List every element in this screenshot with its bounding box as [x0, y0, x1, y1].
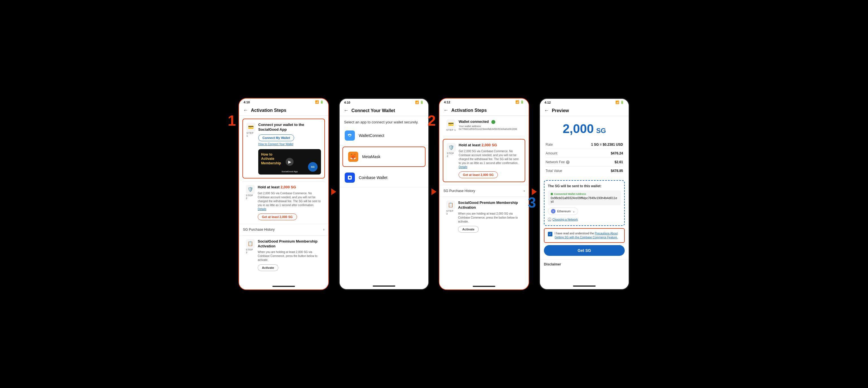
coinbase-icon — [345, 172, 355, 183]
step2-s3-icon: 🛡️ — [447, 143, 456, 152]
step1-conn-title: Wallet connected — [459, 120, 517, 124]
nav-bar-1: ← Activation Steps — [239, 105, 328, 116]
step2-body: Get 2,000 SG via Coinbase Commerce. No C… — [258, 191, 321, 211]
network-select[interactable]: Ξ Ethereum ⌄ — [548, 207, 578, 215]
status-time-1: 4:10 — [244, 100, 250, 104]
step1-conn-icon: 💳 — [446, 120, 456, 128]
phone-icons-1: 📶 🔋 — [315, 100, 324, 104]
activate-btn-3[interactable]: Activate — [458, 226, 478, 233]
status-time-2: 4:10 — [344, 101, 350, 104]
step2-card-inactive: 🛡️ STEP 2 Hold at least 2,000 SG Get 2,0… — [242, 181, 325, 224]
connected-addr-box: Connected Wallet Address 0x98cb01a89324r… — [548, 190, 621, 205]
step1-label: STEP 1 — [246, 132, 255, 137]
wallet-send-title: The SG will be sent to this wallet: — [548, 184, 621, 188]
step3-s3-title: SocialGood Premium Membership Activation — [458, 200, 522, 210]
coinbase-name: Coinbase Wallet — [359, 175, 388, 180]
screen1-content: 💳 STEP 1 Connect your wallet to the Soci… — [239, 116, 328, 283]
disclaimer-bar: Disclaimer — [540, 259, 629, 269]
get-sg-btn-3[interactable]: Get at least 2,000 SG — [459, 171, 498, 178]
video-play-btn[interactable]: ▶ — [286, 158, 293, 166]
step3-s3-card: 📋 STEP 3 SocialGood Premium Membership A… — [443, 197, 525, 236]
choosing-network-link[interactable]: ⓘ Choosing a Network — [548, 217, 621, 222]
amount-unit: SG — [596, 127, 606, 134]
status-bar-3: 4:12 📶 🔋 — [439, 99, 529, 105]
rate-table: Rate 1 SG = $0.2381 USD Amount $476.24 N… — [540, 139, 629, 178]
nav-title-1: Activation Steps — [251, 108, 286, 113]
step2-icon: 🛡️ — [246, 185, 255, 194]
step2-s3-title: Hold at least 2,000 SG — [459, 143, 521, 148]
status-time-4: 4:12 — [545, 101, 551, 104]
step2-title: Hold at least 2,000 SG — [258, 185, 321, 190]
chevron-right-3: › — [524, 189, 525, 193]
phone-screen-4: 4:12 📶 🔋 ← Preview 2,000 SG Rate — [539, 98, 629, 290]
status-bar-1: 4:10 📶 🔋 — [239, 99, 328, 105]
step-number-3: 3 — [528, 194, 536, 211]
rate-row: Rate 1 SG = $0.2381 USD — [546, 140, 623, 149]
phone-screen-3: 4:12 📶 🔋 ← Activation Steps 💳 STEP 1 — [439, 98, 529, 290]
checkbox-icon[interactable]: ✓ — [548, 232, 552, 236]
back-arrow-2[interactable]: ← — [344, 107, 349, 114]
home-bar-1 — [239, 283, 328, 289]
home-bar-3 — [439, 283, 529, 289]
purchase-history-row-3[interactable]: SG Purchase History › — [439, 185, 529, 197]
step1-card: 💳 STEP 1 Connect your wallet to the Soci… — [242, 119, 325, 179]
step2-active-card: 🛡️ STEP 2 Hold at least 2,000 SG Get 2,0… — [443, 139, 525, 182]
step1-connected-card: 💳 STEP 1 Wallet connected Your wallet ad… — [443, 116, 525, 136]
chevron-down-icon: ⌄ — [572, 209, 575, 213]
arrow-1-2 — [331, 188, 337, 195]
phone-screen-1: 4:10 📶 🔋 ← Activation Steps 💳 — [239, 98, 329, 290]
step2-s3-details[interactable]: Details — [459, 165, 467, 169]
sg-app-label: SocialGood App — [258, 170, 321, 173]
nav-title-4: Preview — [552, 108, 569, 113]
back-arrow-3[interactable]: ← — [443, 107, 448, 113]
arrow-2-3 — [431, 188, 437, 195]
home-bar-4 — [540, 283, 629, 289]
get-sg-button[interactable]: Get SG — [544, 245, 625, 256]
step3-s3-label: STEP 3 — [446, 209, 455, 215]
nav-title-3: Activation Steps — [451, 108, 487, 113]
phone-icons-2: 📶 🔋 — [415, 100, 424, 104]
amount-number: 2,000 — [563, 122, 594, 135]
screen4-content: 2,000 SG Rate 1 SG = $0.2381 USD Amount … — [540, 116, 629, 283]
screen3-content: 💳 STEP 1 Wallet connected Your wallet ad… — [439, 116, 529, 283]
nav-bar-3: ← Activation Steps — [439, 105, 529, 116]
walletconnect-name: WalletConnect — [359, 133, 384, 138]
metamask-name: MetaMask — [362, 155, 381, 159]
connect-wallet-btn[interactable]: Connect My Wallet — [258, 134, 294, 141]
how-to-link[interactable]: How to Connect Your Wallet — [258, 142, 293, 146]
home-bar-2 — [340, 283, 428, 289]
screen2-content: Select an app to connect your wallet sec… — [340, 116, 428, 283]
connected-label: Connected Wallet Address — [551, 193, 618, 195]
phone-icons-3: 📶 🔋 — [516, 100, 524, 104]
step2-s3-label: STEP 2 — [447, 152, 456, 158]
svg-rect-1 — [349, 177, 351, 179]
amount-row: Amount $476.24 — [546, 149, 623, 158]
ethereum-icon: Ξ — [551, 209, 556, 214]
fee-row: Network Fee ? $2.61 — [546, 158, 623, 167]
wallet-option-cb[interactable]: Coinbase Wallet — [340, 168, 428, 188]
wallet-option-wc[interactable]: WalletConnect — [340, 126, 428, 146]
step-number-2: 2 — [428, 112, 436, 129]
metamask-icon: 🦊 — [348, 152, 358, 162]
status-bar-4: 4:12 📶 🔋 — [540, 99, 629, 105]
step3-s3-icon: 📋 — [446, 200, 455, 209]
wallet-addr-label: Your wallet address: 0x77bb01d55051ce23e… — [459, 125, 517, 130]
step2-details-link[interactable]: Details — [258, 207, 267, 211]
activate-btn-1[interactable]: Activate — [258, 264, 278, 271]
phone-screen-2: 4:10 📶 🔋 ← Connect Your Wallet Select an… — [339, 98, 429, 290]
back-arrow-4[interactable]: ← — [544, 107, 549, 114]
get-sg-btn-1[interactable]: Get at least 2,000 SG — [258, 214, 297, 220]
step2-label: STEP 2 — [246, 194, 255, 200]
checkbox-row: ✓ I have read and understood the Precaut… — [544, 228, 625, 243]
wallet-option-mm[interactable]: 🦊 MetaMask — [342, 147, 426, 167]
fee-info-icon[interactable]: ? — [566, 160, 569, 164]
nav-bar-4: ← Preview — [540, 105, 629, 116]
amount-display: 2,000 SG — [540, 116, 629, 139]
video-thumbnail[interactable]: How toActivateMembership ▶ SG SocialGood… — [258, 149, 321, 174]
wallet-send-box: The SG will be sent to this wallet: Conn… — [544, 180, 625, 226]
purchase-history-row-1[interactable]: SG Purchase History › — [239, 224, 328, 235]
walletconnect-icon — [345, 130, 355, 141]
get-sg-wrapper: Get SG — [544, 245, 625, 256]
step-number-1: 1 — [228, 112, 236, 129]
back-arrow-1[interactable]: ← — [243, 107, 248, 113]
